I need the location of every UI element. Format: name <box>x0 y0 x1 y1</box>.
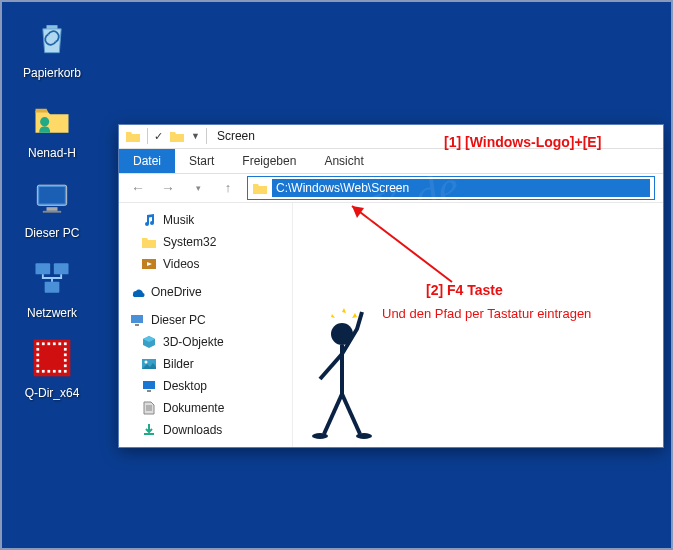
tree-label: Dieser PC <box>151 313 206 327</box>
svg-line-36 <box>352 206 452 282</box>
tree-label: OneDrive <box>151 285 202 299</box>
desktop-icon-label: Netzwerk <box>27 306 77 320</box>
tree-label: 3D-Objekte <box>163 335 224 349</box>
chevron-down-icon[interactable]: ▾ <box>187 177 209 199</box>
svg-rect-34 <box>143 381 155 389</box>
separator <box>206 128 207 144</box>
svg-point-33 <box>145 361 148 364</box>
documents-icon <box>141 400 157 416</box>
tree-label: System32 <box>163 235 216 249</box>
svg-rect-13 <box>58 342 61 345</box>
address-input[interactable] <box>272 179 650 197</box>
user-folder-icon <box>28 94 76 142</box>
svg-rect-28 <box>64 370 67 373</box>
chevron-down-icon[interactable]: ▼ <box>191 131 200 141</box>
svg-rect-35 <box>147 390 151 392</box>
svg-rect-17 <box>36 353 39 356</box>
check-icon[interactable]: ✓ <box>154 130 163 143</box>
tree-item-onedrive[interactable]: OneDrive <box>123 281 288 303</box>
tree-item-downloads[interactable]: Downloads <box>123 419 288 441</box>
q-dir-icon <box>28 334 76 382</box>
tree-item-musik[interactable]: Musik <box>123 209 288 231</box>
separator <box>147 128 148 144</box>
svg-rect-19 <box>36 359 39 362</box>
recycle-bin-icon <box>28 14 76 62</box>
desktop-icon-label: Q-Dir_x64 <box>25 386 80 400</box>
stick-figure-icon <box>302 304 392 444</box>
svg-rect-20 <box>64 359 67 362</box>
tab-ansicht[interactable]: Ansicht <box>310 149 377 173</box>
desktop-icon-user-folder[interactable]: Nenad-H <box>14 94 90 160</box>
ribbon-tabs: Datei Start Freigeben Ansicht <box>119 149 663 174</box>
videos-icon <box>141 256 157 272</box>
tree-label: Dokumente <box>163 401 224 415</box>
svg-rect-30 <box>131 315 143 323</box>
svg-rect-7 <box>45 282 60 293</box>
tree-label: Videos <box>163 257 199 271</box>
svg-rect-26 <box>53 370 56 373</box>
svg-rect-14 <box>64 342 67 345</box>
desktop-icon-label: Dieser PC <box>25 226 80 240</box>
svg-point-40 <box>356 433 372 439</box>
folder-icon <box>125 128 141 144</box>
svg-rect-15 <box>36 348 39 351</box>
svg-rect-5 <box>36 263 51 274</box>
tab-freigeben[interactable]: Freigeben <box>228 149 310 173</box>
tree-item-desktop[interactable]: Desktop <box>123 375 288 397</box>
tree-label: Desktop <box>163 379 207 393</box>
network-icon <box>28 254 76 302</box>
desktop-icon-recycle-bin[interactable]: Papierkorb <box>14 14 90 80</box>
pictures-icon <box>141 356 157 372</box>
desktop-icon-label: Nenad-H <box>28 146 76 160</box>
onedrive-icon <box>129 284 145 300</box>
desktop-icon-network[interactable]: Netzwerk <box>14 254 90 320</box>
navigation-tree: Musik System32 Videos OneDrive Dieser PC… <box>119 203 293 447</box>
window-title: Screen <box>217 129 255 143</box>
svg-rect-31 <box>135 324 139 326</box>
this-pc-icon <box>28 174 76 222</box>
svg-rect-25 <box>47 370 50 373</box>
desktop-icons: Papierkorb Nenad-H Dieser PC Netzwerk Q-… <box>14 14 90 400</box>
address-input-wrap[interactable] <box>247 176 655 200</box>
desktop-icon-qdir[interactable]: Q-Dir_x64 <box>14 334 90 400</box>
svg-rect-4 <box>43 211 61 213</box>
svg-rect-12 <box>53 342 56 345</box>
annotation-2b: Und den Pfad per Tastatur eintragen <box>382 306 591 321</box>
music-icon <box>141 212 157 228</box>
svg-rect-6 <box>54 263 69 274</box>
tree-item-system32[interactable]: System32 <box>123 231 288 253</box>
folder-icon <box>141 234 157 250</box>
svg-rect-22 <box>64 364 67 367</box>
tree-item-dokumente[interactable]: Dokumente <box>123 397 288 419</box>
tree-item-videos[interactable]: Videos <box>123 253 288 275</box>
svg-rect-11 <box>47 342 50 345</box>
desktop-icon-this-pc[interactable]: Dieser PC <box>14 174 90 240</box>
3d-icon <box>141 334 157 350</box>
svg-rect-2 <box>39 187 65 204</box>
downloads-icon <box>141 422 157 438</box>
svg-rect-10 <box>42 342 45 345</box>
desktop-icon-label: Papierkorb <box>23 66 81 80</box>
tab-start[interactable]: Start <box>175 149 228 173</box>
folder-icon <box>169 128 185 144</box>
annotation-1: [1] [Windows-Logo]+[E] <box>444 134 601 150</box>
tree-item-bilder[interactable]: Bilder <box>123 353 288 375</box>
svg-rect-27 <box>58 370 61 373</box>
forward-button[interactable]: → <box>157 177 179 199</box>
svg-marker-37 <box>352 206 364 218</box>
annotation-arrow <box>342 198 502 298</box>
svg-rect-18 <box>64 353 67 356</box>
svg-rect-21 <box>36 364 39 367</box>
svg-rect-9 <box>36 342 39 345</box>
tree-item-dieser-pc[interactable]: Dieser PC <box>123 309 288 331</box>
up-button[interactable]: ↑ <box>217 177 239 199</box>
svg-point-39 <box>312 433 328 439</box>
desktop-icon <box>141 378 157 394</box>
svg-rect-23 <box>36 370 39 373</box>
tab-datei[interactable]: Datei <box>119 149 175 173</box>
tree-item-3d-objekte[interactable]: 3D-Objekte <box>123 331 288 353</box>
svg-rect-24 <box>42 370 45 373</box>
back-button[interactable]: ← <box>127 177 149 199</box>
this-pc-icon <box>129 312 145 328</box>
svg-rect-16 <box>64 348 67 351</box>
